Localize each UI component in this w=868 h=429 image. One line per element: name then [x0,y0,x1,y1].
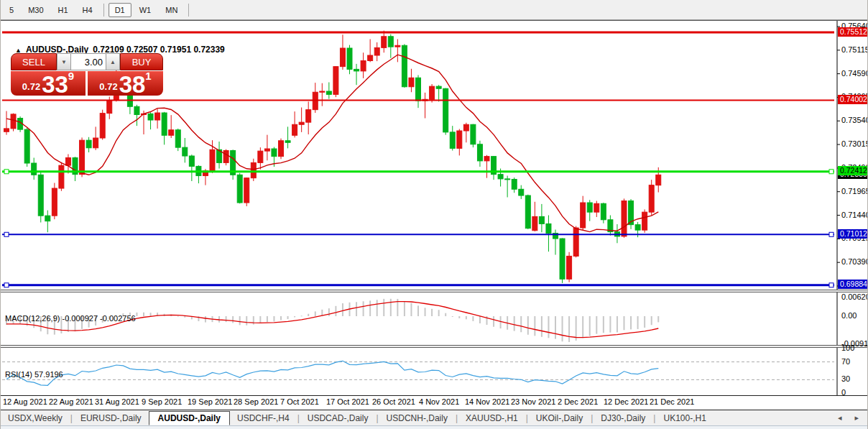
candle-body [285,141,290,143]
tab-scroll-left-icon[interactable]: ◂ [838,413,842,423]
candle-body [24,129,29,163]
volume-decrease-button[interactable]: ▼ [57,53,71,70]
date-axis-label: 21 Dec 2021 [650,397,694,406]
candle-body [93,138,98,148]
date-axis-label: 17 Oct 2021 [326,397,369,406]
sell-button[interactable]: SELL [11,53,57,70]
line-drag-handle[interactable] [829,170,834,174]
macd-histogram-bar [603,316,604,333]
timeframe-button-h1[interactable]: H1 [52,3,75,17]
chart-tab-eurusd-daily[interactable]: EURUSD-,Daily [73,412,149,425]
candle-body [299,122,304,124]
macd-panel-splitter[interactable] [1,290,868,292]
macd-histogram-bar [410,303,412,316]
candle-body [45,216,50,221]
macd-histogram-bar [500,316,502,328]
candle-body [436,86,441,88]
candle-body [361,61,366,71]
sell-price-prefix: 0.72 [22,81,40,92]
macd-histogram-bar [596,316,597,334]
sell-price-display[interactable]: 0.72 33 9 [11,71,86,96]
macd-histogram-bar [637,316,639,329]
timeframe-button-m30[interactable]: M30 [22,3,50,17]
rsi-axis-label: 100 [841,343,854,352]
macd-axis-label: 0.00 [841,311,857,320]
line-drag-handle[interactable] [829,283,834,287]
candle-body [395,45,400,47]
macd-histogram-bar [294,316,295,317]
buy-button[interactable]: BUY [120,53,163,70]
price-tick-label: 0.73540 [841,116,868,124]
line-drag-handle[interactable] [829,232,834,236]
candle-body [525,195,530,229]
mt4-window: 5M30H1H4D1W1MN ▲AUDUSD-,Daily0.72109 0.7… [0,0,868,429]
one-click-trading-panel: SELL ▼ ▲ BUY 0.72 33 9 0.72 38 1 [11,53,163,96]
macd-histogram-bar [425,308,426,316]
candle-body [532,216,537,230]
macd-histogram-bar [555,316,556,339]
candle-body [539,216,544,223]
timeframe-button-5[interactable]: 5 [3,3,20,17]
chart-tab-usdcad-daily[interactable]: USDCAD-,Daily [300,412,376,425]
candle-body [107,101,112,114]
candle-body [430,86,435,99]
timeframe-button-h4[interactable]: H4 [76,3,99,17]
volume-input[interactable] [71,53,106,70]
price-tick-label: 0.74590 [841,69,868,78]
chart-tab-usdx-weekly[interactable]: USDX,Weekly [1,412,70,425]
chart-tab-usdchf-h4[interactable]: USDCHF-,H4 [230,412,297,425]
macd-histogram-bar [452,316,453,317]
candle-body [326,91,331,94]
line-drag-handle[interactable] [4,283,9,287]
candle-body [450,132,455,149]
chart-tab-xauusd-h1[interactable]: XAUUSD-,H1 [458,412,525,425]
timeframe-button-mn[interactable]: MN [159,3,184,17]
candle-body [100,114,105,138]
chart-tab-ukoil-daily[interactable]: UKOil-,Daily [529,412,590,425]
candle-body [169,130,174,136]
date-axis-label: 23 Nov 2021 [511,397,555,406]
candle-body [134,106,139,114]
macd-histogram-bar [527,316,529,335]
candle-body [189,156,194,166]
macd-histogram-bar [177,316,179,317]
timeframe-button-w1[interactable]: W1 [133,3,158,17]
candle-body [594,203,599,212]
buy-price-big-digits: 38 [119,75,146,94]
chart-tab-usdcnh-daily[interactable]: USDCNH-,Daily [379,412,455,425]
tab-scroll-right-icon[interactable]: ▸ [854,413,859,423]
macd-histogram-bar [377,300,378,316]
macd-histogram-bar [417,305,419,316]
candle-body [505,179,510,180]
candle-body [567,256,572,279]
date-axis-label: 9 Sep 2021 [142,397,182,406]
rsi-axis-label: 30 [841,374,850,383]
macd-histogram-bar [624,316,625,330]
macd-histogram-bar [390,299,392,316]
volume-increase-button[interactable]: ▲ [106,53,120,70]
chart-tab-audusd-daily[interactable]: AUDUSD-,Daily [149,411,230,425]
macd-histogram-bar [657,316,659,322]
candle-body [175,130,180,147]
macd-histogram-bar [239,316,241,325]
candle-body [264,149,269,151]
rsi-panel-splitter[interactable] [1,345,868,348]
timeframe-button-d1[interactable]: D1 [108,3,131,17]
price-tick-label: 0.71440 [841,211,868,219]
line-drag-handle[interactable] [4,232,9,236]
buy-price-display[interactable]: 0.72 38 1 [88,71,163,96]
macd-histogram-bar [431,309,433,316]
chart-tab-dj30-daily[interactable]: DJ30-,Daily [594,412,652,425]
price-axis-badge: 0.69884 [838,280,868,289]
macd-histogram-bar [534,316,535,336]
date-axis-label: 28 Sep 2021 [234,397,278,406]
line-drag-handle[interactable] [4,170,9,174]
chart-tab-uk100-h1[interactable]: UK100-,H1 [656,412,713,425]
macd-histogram-bar [369,300,371,316]
candle-body [292,124,297,135]
macd-histogram-bar [438,310,440,316]
macd-histogram-bar [589,316,591,336]
window-bottom-edge [1,425,868,429]
candle-body [155,113,160,120]
date-axis-label: 19 Sep 2021 [188,397,232,406]
